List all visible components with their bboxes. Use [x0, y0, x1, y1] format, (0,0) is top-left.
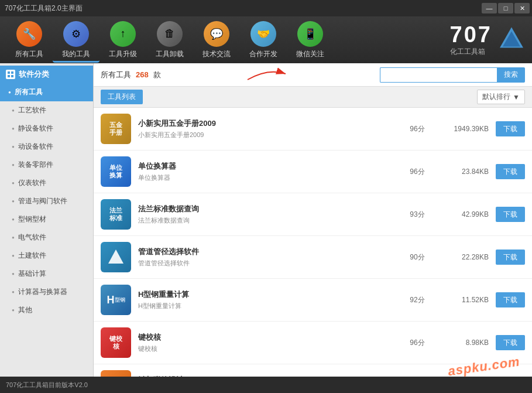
tool-item-0: 五金手册 小新实用五金手册2009 小新实用五金手册2009 96分 1949.…	[94, 108, 532, 151]
sidebar-item-10[interactable]: 基础计算	[0, 265, 93, 283]
maximize-button[interactable]: □	[498, 3, 513, 13]
tool-name-3: 管道管径选择软件	[138, 247, 399, 257]
close-button[interactable]: ✕	[514, 3, 530, 13]
nav-item-upgrade[interactable]: ↑ 工具升级	[99, 18, 146, 63]
tool-name-5: 键校核	[138, 332, 399, 343]
logo-icon	[497, 24, 526, 56]
sidebar-item-4[interactable]: 装备零部件	[0, 156, 93, 174]
minimize-button[interactable]: —	[482, 3, 497, 13]
tool-icon-3	[101, 242, 131, 272]
tool-info-5: 键校核 键校核	[138, 332, 399, 353]
nav-label-tech: 技术交流	[202, 49, 231, 59]
tool-info-4: H型钢重量计算 H型钢重量计算	[138, 289, 399, 310]
sidebar-item-11[interactable]: 计算器与换算器	[0, 283, 93, 301]
tool-item-4: H型钢 H型钢重量计算 H型钢重量计算 92分 11.52KB 下载	[94, 279, 532, 322]
nav-icon-all-tools: 🔧	[16, 21, 42, 47]
sidebar-item-12[interactable]: 其他	[0, 301, 93, 319]
download-button-3[interactable]: 下载	[496, 250, 525, 265]
tool-size-0: 1949.39KB	[436, 125, 489, 133]
nav-item-uninstall[interactable]: 🗑 工具卸载	[146, 18, 193, 63]
sidebar-item-6[interactable]: 管道与阀门软件	[0, 192, 93, 210]
tool-desc-3: 管道管径选择软件	[138, 259, 399, 268]
logo-number: 707	[450, 23, 492, 46]
nav-label-upgrade: 工具升级	[109, 49, 137, 59]
tool-score-1: 96分	[406, 167, 429, 177]
tool-info-0: 小新实用五金手册2009 小新实用五金手册2009	[138, 118, 399, 139]
download-button-4[interactable]: 下载	[496, 292, 525, 307]
tool-size-2: 42.99KB	[436, 210, 489, 218]
sidebar-item-5[interactable]: 仪表软件	[0, 174, 93, 192]
nav-item-all-tools[interactable]: 🔧 所有工具	[6, 18, 53, 63]
svg-rect-2	[8, 71, 10, 74]
nav-icon-tech: 💬	[204, 21, 229, 47]
download-button-2[interactable]: 下载	[496, 207, 525, 222]
svg-marker-7	[108, 250, 123, 264]
tool-name-1: 单位换算器	[138, 161, 399, 172]
nav-items: 🔧 所有工具 ⚙ 我的工具 ↑ 工具升级 🗑 工具卸载 💬 技术交流 🤝 合作开…	[6, 18, 334, 63]
tool-desc-2: 法兰标准数据查询	[138, 216, 399, 225]
top-nav: 🔧 所有工具 ⚙ 我的工具 ↑ 工具升级 🗑 工具卸载 💬 技术交流 🤝 合作开…	[0, 16, 532, 63]
tool-score-5: 96分	[406, 338, 429, 348]
nav-item-wechat[interactable]: 📱 微信关注	[287, 18, 334, 63]
tools-count-unit: 款	[153, 70, 161, 80]
tool-score-2: 93分	[406, 210, 429, 220]
tool-info-6: 键与弹簧设计 键与弹簧设计	[138, 375, 399, 377]
content-header: 所有工具 268 款 搜索	[94, 63, 532, 87]
tool-info-1: 单位换算器 单位换算器	[138, 161, 399, 182]
sidebar-item-8[interactable]: 电气软件	[0, 228, 93, 247]
nav-item-coop[interactable]: 🤝 合作开发	[240, 18, 287, 63]
tool-size-3: 22.28KB	[436, 253, 489, 261]
red-arrow	[245, 65, 291, 83]
sort-label: 默认排行	[482, 92, 510, 102]
svg-rect-3	[11, 71, 13, 74]
tool-size-1: 23.84KB	[436, 168, 489, 176]
sidebar-item-9[interactable]: 土建软件	[0, 247, 93, 265]
sidebar: 软件分类 所有工具工艺软件静设备软件动设备软件装备零部件仪表软件管道与阀门软件型…	[0, 63, 94, 377]
download-button-0[interactable]: 下载	[496, 121, 525, 136]
logo-subtitle: 化工工具箱	[450, 47, 492, 57]
tool-size-4: 11.52KB	[436, 296, 489, 304]
tool-desc-4: H型钢重量计算	[138, 302, 399, 310]
main-area: 软件分类 所有工具工艺软件静设备软件动设备软件装备零部件仪表软件管道与阀门软件型…	[0, 63, 532, 377]
tool-icon-2: 法兰标准	[101, 199, 131, 230]
tool-item-5: 键校核 键校核 键校核 96分 8.98KB 下载	[94, 322, 532, 364]
tool-desc-0: 小新实用五金手册2009	[138, 131, 399, 139]
sidebar-item-2[interactable]: 静设备软件	[0, 119, 93, 138]
svg-rect-5	[11, 75, 13, 77]
search-input[interactable]	[380, 67, 497, 83]
sidebar-item-3[interactable]: 动设备软件	[0, 138, 93, 156]
search-box: 搜索	[380, 67, 525, 83]
svg-rect-4	[8, 75, 10, 77]
tool-size-5: 8.98KB	[436, 339, 489, 347]
tool-icon-0: 五金手册	[101, 114, 131, 144]
logo-area: 707 化工工具箱	[450, 23, 526, 57]
nav-label-coop: 合作开发	[249, 49, 277, 59]
all-tools-label: 所有工具	[101, 70, 131, 80]
nav-item-tech[interactable]: 💬 技术交流	[193, 18, 240, 63]
tool-info-2: 法兰标准数据查询 法兰标准数据查询	[138, 204, 399, 225]
tool-desc-1: 单位换算器	[138, 173, 399, 182]
tools-count: 268	[136, 70, 149, 79]
nav-label-wechat: 微信关注	[296, 49, 324, 59]
tool-icon-5: 键校核	[101, 327, 131, 358]
sidebar-item-1[interactable]: 工艺软件	[0, 101, 93, 119]
tool-list-button[interactable]: 工具列表	[101, 90, 143, 104]
nav-label-all-tools: 所有工具	[15, 49, 43, 59]
sidebar-items-container: 所有工具工艺软件静设备软件动设备软件装备零部件仪表软件管道与阀门软件型钢型材电气…	[0, 83, 93, 319]
sidebar-header-label: 软件分类	[19, 69, 49, 80]
nav-icon-wechat: 📱	[297, 21, 323, 47]
title-text: 707化工工具箱2.0主界面	[5, 4, 83, 13]
nav-item-my-tools[interactable]: ⚙ 我的工具	[53, 18, 99, 63]
tool-item-2: 法兰标准 法兰标准数据查询 法兰标准数据查询 93分 42.99KB 下载	[94, 193, 532, 236]
sidebar-item-7[interactable]: 型钢型材	[0, 210, 93, 228]
download-button-1[interactable]: 下载	[496, 164, 525, 179]
sort-dropdown[interactable]: 默认排行 ▼	[477, 90, 525, 104]
nav-label-uninstall: 工具卸载	[156, 49, 184, 59]
search-button[interactable]: 搜索	[497, 67, 525, 83]
tool-item-6: 🔑 键与弹簧设计 键与弹簧设计 96分 117.12KB 下载	[94, 364, 532, 377]
download-button-5[interactable]: 下载	[496, 335, 525, 350]
window-controls: — □ ✕	[482, 0, 530, 16]
sidebar-header-icon	[6, 70, 15, 79]
tool-name-0: 小新实用五金手册2009	[138, 118, 399, 129]
sidebar-item-0[interactable]: 所有工具	[0, 83, 93, 101]
